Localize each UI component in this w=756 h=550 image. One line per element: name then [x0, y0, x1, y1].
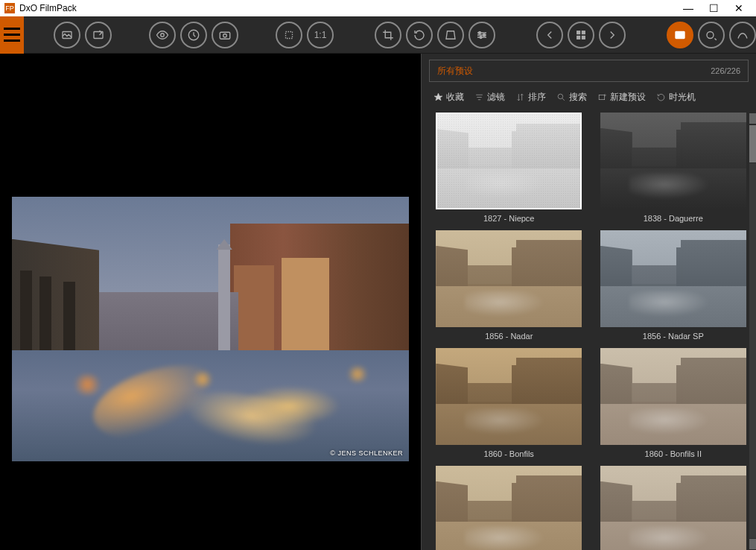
presets-toolbar: 收藏 滤镜 排序 搜索 新建预设 时光机: [422, 82, 756, 113]
scroll-thumb[interactable]: [749, 125, 756, 162]
time-machine-button[interactable]: 时光机: [656, 91, 696, 104]
presets-panel-button[interactable]: [667, 22, 693, 48]
crop-button[interactable]: [375, 22, 401, 48]
svg-point-15: [707, 31, 714, 38]
image-credit: © JENS SCHLENKER: [330, 449, 403, 457]
titlebar: FP DxO FilmPack — ☐ ✕: [0, 0, 756, 16]
svg-point-16: [558, 94, 563, 99]
preset-item[interactable]: [597, 466, 751, 550]
next-button[interactable]: [599, 22, 626, 48]
svg-rect-6: [286, 31, 293, 38]
presets-header[interactable]: 所有预设 226/226: [429, 60, 749, 82]
preset-label: 1838 - Daguerre: [644, 214, 703, 223]
preset-item[interactable]: 1856 - Nadar SP: [597, 230, 751, 341]
svg-point-8: [483, 34, 486, 36]
preset-item[interactable]: [432, 466, 586, 550]
main: © JENS SCHLENKER 所有预设 226/226 收藏 滤镜 排序 搜…: [0, 54, 756, 550]
sort-button[interactable]: 排序: [515, 91, 546, 104]
filter-button[interactable]: 滤镜: [474, 91, 505, 104]
adjustments-button[interactable]: [468, 22, 495, 48]
preset-item[interactable]: 1860 - Bonfils: [432, 348, 586, 458]
main-image: [12, 197, 409, 461]
preset-label: 1827 - Niepce: [483, 214, 535, 223]
search-button[interactable]: 搜索: [556, 91, 587, 104]
scroll-down-icon[interactable]: [749, 539, 756, 549]
svg-point-2: [161, 33, 165, 37]
svg-rect-13: [582, 36, 585, 39]
preset-item[interactable]: 1860 - Bonfils II: [597, 348, 751, 458]
preset-label: 1860 - Bonfils: [484, 449, 534, 458]
presets-grid: 1827 - Niepce 1838 - Daguerre: [422, 113, 756, 550]
svg-rect-11: [582, 31, 585, 34]
app-title: DxO FilmPack: [19, 3, 77, 13]
prev-button[interactable]: [536, 22, 563, 48]
svg-rect-10: [577, 31, 580, 34]
preset-thumbnail: [436, 230, 582, 327]
preset-thumbnail: [436, 348, 582, 445]
svg-point-7: [479, 31, 481, 34]
preset-thumbnail: [600, 113, 746, 209]
presets-scrollbar[interactable]: [749, 113, 756, 550]
close-button[interactable]: ✕: [726, 2, 752, 14]
maximize-button[interactable]: ☐: [701, 2, 726, 14]
preset-thumbnail: [600, 230, 746, 327]
preset-label: 1860 - Bonfils II: [645, 449, 702, 458]
svg-point-5: [223, 34, 227, 37]
svg-rect-4: [220, 32, 230, 39]
preset-thumbnail: [436, 113, 582, 209]
preset-item[interactable]: 1838 - Daguerre: [597, 113, 751, 223]
rotate-button[interactable]: [406, 22, 433, 48]
preset-item[interactable]: 1856 - Nadar: [432, 230, 586, 341]
compare-button[interactable]: [698, 22, 725, 48]
toolbar: 1:1: [0, 16, 756, 54]
history-button[interactable]: [180, 22, 207, 48]
preset-thumbnail: [600, 466, 746, 550]
snapshot-button[interactable]: [212, 22, 238, 48]
svg-rect-14: [676, 31, 684, 38]
presets-title: 所有预设: [437, 65, 473, 78]
open-image-button[interactable]: [54, 22, 80, 48]
fit-button[interactable]: [276, 22, 302, 48]
save-image-button[interactable]: [85, 22, 112, 48]
svg-point-9: [480, 36, 482, 38]
svg-rect-17: [599, 95, 605, 100]
app-icon: FP: [4, 3, 15, 13]
curves-button[interactable]: [729, 22, 756, 48]
preset-label: 1856 - Nadar SP: [643, 332, 704, 341]
new-preset-button[interactable]: 新建预设: [597, 91, 646, 104]
view-button[interactable]: [149, 22, 176, 48]
grid-view-button[interactable]: [568, 22, 594, 48]
preset-item[interactable]: 1827 - Niepce: [432, 113, 586, 223]
favorites-button[interactable]: 收藏: [433, 91, 464, 104]
scroll-up-icon[interactable]: [749, 113, 756, 124]
preset-thumbnail: [600, 348, 746, 445]
minimize-button[interactable]: —: [676, 2, 701, 14]
menu-button[interactable]: [0, 16, 24, 54]
presets-count: 226/226: [711, 66, 740, 75]
svg-rect-12: [577, 36, 580, 39]
preset-label: 1856 - Nadar: [485, 332, 533, 341]
image-viewer[interactable]: © JENS SCHLENKER: [0, 54, 421, 550]
zoom-1to1-button[interactable]: 1:1: [307, 22, 334, 48]
preset-thumbnail: [436, 466, 582, 550]
perspective-button[interactable]: [437, 22, 464, 48]
presets-panel: 所有预设 226/226 收藏 滤镜 排序 搜索 新建预设 时光机: [421, 54, 756, 550]
